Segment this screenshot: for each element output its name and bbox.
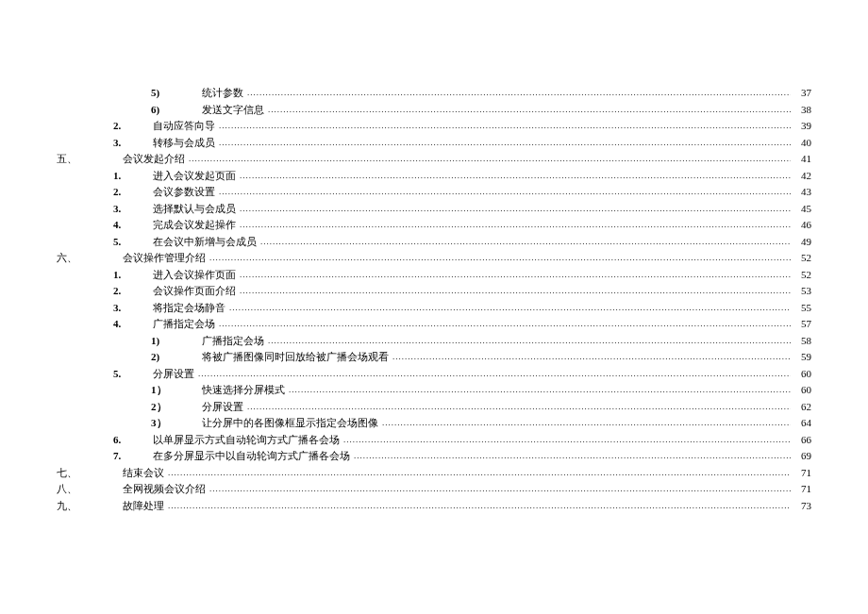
toc-row: 3.将指定会场静音55 — [57, 300, 811, 317]
toc-leader-dots — [209, 250, 791, 266]
toc-number: 4. — [113, 316, 142, 332]
toc-leader-dots — [240, 267, 791, 283]
toc-number: 3. — [113, 135, 142, 151]
toc-page-number: 37 — [791, 85, 811, 101]
toc-page-number: 43 — [791, 184, 811, 200]
toc-title: 会议操作页面介绍 — [142, 283, 240, 299]
toc-row: 5.在会议中新增与会成员49 — [57, 234, 811, 251]
toc-title: 结束会议 — [113, 465, 168, 481]
toc-title: 在多分屏显示中以自动轮询方式广播各会场 — [142, 448, 354, 464]
toc-title: 让分屏中的各图像框显示指定会场图像 — [189, 415, 382, 431]
table-of-contents: 5)统计参数376)发送文字信息382.自动应答向导393.转移与会成员40五、… — [0, 0, 868, 514]
toc-number: 3. — [113, 300, 142, 316]
toc-number: 1) — [151, 333, 189, 349]
toc-row: 2.自动应答向导39 — [57, 118, 811, 135]
toc-number: 6) — [151, 102, 189, 118]
toc-row: 6.以单屏显示方式自动轮询方式广播各会场66 — [57, 432, 811, 449]
toc-row: 2)将被广播图像同时回放给被广播会场观看59 — [57, 349, 811, 366]
toc-section-marker: 五、 — [57, 151, 85, 167]
toc-number: 5. — [113, 234, 142, 250]
toc-page-number: 55 — [791, 300, 811, 316]
toc-leader-dots — [392, 349, 791, 365]
toc-title: 全网视频会议介绍 — [113, 481, 209, 497]
toc-row: 1）快速选择分屏模式60 — [57, 382, 811, 399]
toc-title: 在会议中新增与会成员 — [142, 234, 260, 250]
toc-title: 选择默认与会成员 — [142, 201, 240, 217]
toc-row: 2.会议参数设置43 — [57, 184, 811, 201]
toc-page-number: 71 — [791, 465, 811, 481]
toc-title: 会议发起介绍 — [113, 151, 189, 167]
toc-leader-dots — [354, 448, 791, 464]
toc-leader-dots — [219, 316, 791, 332]
toc-title: 分屏设置 — [142, 366, 198, 382]
toc-page-number: 58 — [791, 333, 811, 349]
toc-number: 2) — [151, 349, 189, 365]
toc-number: 2） — [151, 399, 189, 415]
toc-row: 4.广播指定会场57 — [57, 316, 811, 333]
toc-number: 2. — [113, 283, 142, 299]
toc-number: 5. — [113, 366, 142, 382]
toc-leader-dots — [268, 333, 791, 349]
toc-leader-dots — [198, 366, 791, 382]
toc-number: 1） — [151, 382, 189, 398]
toc-row: 五、会议发起介绍41 — [57, 151, 811, 168]
toc-row: 4.完成会议发起操作46 — [57, 217, 811, 234]
toc-page-number: 69 — [791, 448, 811, 464]
toc-title: 转移与会成员 — [142, 135, 219, 151]
toc-leader-dots — [168, 498, 791, 514]
toc-number: 5) — [151, 85, 189, 101]
toc-page-number: 60 — [791, 366, 811, 382]
toc-page-number: 39 — [791, 118, 811, 134]
toc-page-number: 40 — [791, 135, 811, 151]
toc-leader-dots — [240, 217, 791, 233]
toc-page-number: 46 — [791, 217, 811, 233]
toc-row: 八、全网视频会议介绍71 — [57, 481, 811, 498]
toc-row: 六、会议操作管理介绍52 — [57, 250, 811, 267]
toc-row: 3）让分屏中的各图像框显示指定会场图像64 — [57, 415, 811, 432]
toc-leader-dots — [240, 283, 791, 299]
toc-leader-dots — [189, 151, 791, 167]
toc-row: 九、故障处理73 — [57, 498, 811, 515]
toc-leader-dots — [382, 415, 791, 431]
toc-page-number: 42 — [791, 168, 811, 184]
toc-page-number: 60 — [791, 382, 811, 398]
toc-title: 广播指定会场 — [142, 316, 219, 332]
toc-page-number: 38 — [791, 102, 811, 118]
toc-page-number: 62 — [791, 399, 811, 415]
toc-number: 1. — [113, 168, 142, 184]
toc-page-number: 52 — [791, 267, 811, 283]
toc-page-number: 71 — [791, 481, 811, 497]
toc-title: 以单屏显示方式自动轮询方式广播各会场 — [142, 432, 343, 448]
toc-number: 3. — [113, 201, 142, 217]
toc-title: 分屏设置 — [189, 399, 247, 415]
toc-leader-dots — [219, 118, 791, 134]
toc-leader-dots — [289, 382, 791, 398]
toc-page-number: 49 — [791, 234, 811, 250]
toc-row: 1)广播指定会场58 — [57, 333, 811, 350]
toc-page-number: 57 — [791, 316, 811, 332]
toc-leader-dots — [209, 481, 791, 497]
toc-section-marker: 八、 — [57, 481, 85, 497]
toc-page-number: 53 — [791, 283, 811, 299]
toc-title: 进入会议操作页面 — [142, 267, 240, 283]
toc-title: 会议操作管理介绍 — [113, 250, 209, 266]
toc-leader-dots — [247, 85, 791, 101]
toc-number: 3） — [151, 415, 189, 431]
toc-leader-dots — [219, 135, 791, 151]
toc-row: 1.进入会议发起页面42 — [57, 168, 811, 185]
toc-row: 6)发送文字信息38 — [57, 102, 811, 119]
toc-section-marker: 九、 — [57, 498, 85, 514]
toc-title: 将指定会场静音 — [142, 300, 229, 316]
toc-row: 5)统计参数37 — [57, 85, 811, 102]
toc-number: 6. — [113, 432, 142, 448]
toc-number: 2. — [113, 184, 142, 200]
toc-number: 4. — [113, 217, 142, 233]
toc-leader-dots — [219, 184, 791, 200]
toc-row: 2.会议操作页面介绍53 — [57, 283, 811, 300]
toc-page-number: 59 — [791, 349, 811, 365]
toc-leader-dots — [260, 234, 791, 250]
toc-number: 2. — [113, 118, 142, 134]
toc-title: 进入会议发起页面 — [142, 168, 240, 184]
toc-leader-dots — [168, 465, 791, 481]
toc-title: 将被广播图像同时回放给被广播会场观看 — [189, 349, 392, 365]
